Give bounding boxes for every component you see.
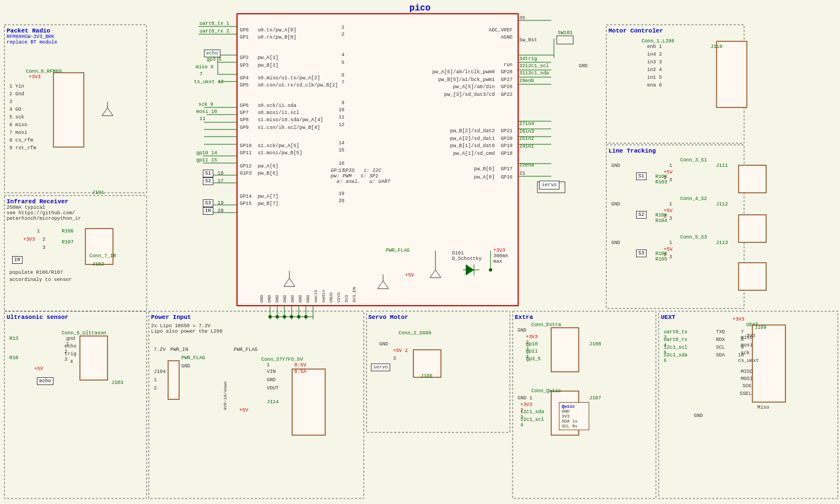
rfm-pin-3: 3 — [9, 98, 36, 106]
motor-pin-in4: in4 2 — [647, 52, 662, 57]
servo-ref: J106 — [421, 373, 433, 379]
lt-s1-box: S1 — [636, 172, 647, 180]
servo-label: servo — [539, 181, 559, 189]
pin-gp19-func: pw_B[1]/sd_dat0 GP19 — [450, 143, 513, 149]
lt-s3-pin1: 1 — [669, 240, 672, 246]
lt-s3-gnd: GND — [611, 240, 620, 246]
lt-s2-pin1: 1 — [669, 202, 672, 207]
pin-adc-vref: ADC_VREF — [489, 28, 513, 33]
ir-pin-1: 1 — [37, 229, 40, 234]
legend-a: a: anal. u: UART — [331, 179, 390, 185]
lt-j111-ref: J111 — [716, 163, 728, 169]
lt-r104-label: R10K — [655, 213, 667, 218]
pin-num-11: 11 — [338, 115, 344, 120]
servo-gnd: GND — [379, 342, 388, 347]
lt-s1-pin1: 1 — [669, 163, 672, 169]
power-desc1: 2x Lipo 18650 = 7.2V — [151, 323, 223, 329]
s3-box-container: S3 19 — [203, 199, 224, 207]
3v3-label: +3V3 — [493, 248, 508, 253]
pin-gp13-func: G1P3 pw_B[6] — [240, 171, 278, 176]
qwiic-box-sda: SDA 1x — [562, 419, 586, 424]
bot-pin-vsys: VSYS — [336, 287, 341, 303]
lt-s1-box-container: S1 — [636, 172, 647, 180]
uext-scl: SCL — [716, 345, 725, 350]
pico-legend: GP: GPIO i: I2C pw: PWM s: SPI a: anal. … — [331, 168, 390, 185]
s3-box: S3 — [203, 199, 213, 207]
s1-box-container: S1 16 — [203, 170, 224, 177]
power-voltage: 7.2V — [154, 347, 166, 353]
svg-rect-65 — [292, 369, 325, 435]
net-sck: sck 9 — [198, 102, 213, 107]
net-29enb: 29enb — [519, 78, 534, 84]
ir-label-box-container: IR — [12, 256, 23, 264]
uext-txd: TXD — [716, 329, 725, 335]
net-gp3: gp3 5 — [207, 57, 222, 62]
bot-pin-gnd4: GND — [282, 287, 287, 303]
d101-type: D_Schottky — [452, 256, 482, 262]
servo-connector-label: Conn_2_SG90 — [399, 330, 431, 336]
pin-num-16: 16 — [338, 161, 344, 166]
pin-gp3-func: GP3 pw_B[1] — [240, 63, 278, 68]
bot-pin-gnd2: GND — [267, 287, 272, 303]
net-24in1: 24in1 — [519, 144, 534, 149]
motor-pin-ena: ena 6 — [647, 83, 662, 88]
pin-num-9: 9 — [342, 100, 344, 106]
pin-num-12: 12 — [338, 122, 344, 128]
pwr-flag-label: PWR_FLAG — [386, 248, 410, 253]
ultrasonic-connector-label: Conn_6_Ultrason — [62, 330, 106, 336]
motor-controller-section: Motor Controler Conn_1_L298 enb 1 in4 2 … — [609, 28, 663, 34]
pin-gp18-func: pw_A[1]/sd_cmd GP18 — [453, 151, 513, 156]
power-pwr-flag2: PWR_FLAG — [234, 347, 257, 353]
power-j114-vdut: VDUT — [267, 386, 279, 391]
pin-gp2-func: GP2 pw_A[1] — [240, 55, 278, 61]
bot-pin-3v3en: 3V3_EN — [352, 287, 357, 303]
lt-conn4-label: Conn_4_S2 — [680, 196, 707, 202]
d101-area: D101 D_Schottky — [452, 251, 482, 262]
uext-ssel-col: SSEL — [740, 391, 752, 397]
net-31i2c1-sda: 31i2c1_sda — [519, 71, 549, 76]
sw101-gnd: GND — [579, 63, 588, 69]
pin-num-6: 6 — [342, 73, 344, 78]
infrared-sub3: peterhinch/micropython_ir — [7, 216, 81, 221]
uext-gnd-bottom: GND — [694, 413, 703, 419]
s2-box: S2 — [203, 177, 213, 185]
bot-pin-gnd1: GND — [259, 287, 264, 303]
uext-rdx: RDX — [716, 337, 725, 343]
infrared-section: Infrared Receiver 250mA typical see http… — [7, 198, 81, 221]
rfm-pin-8: 8 cs_rfm — [9, 137, 36, 144]
s2-box-container: S2 17 — [203, 177, 224, 185]
ultrasonic-echo-box: echo — [37, 377, 53, 385]
pin-gp26-func: pw_A[5]/a0/din GP26 — [453, 84, 513, 90]
svg-rect-3 — [4, 311, 147, 498]
legend-pw: pw: PWM s: SPI — [331, 174, 390, 179]
rfm-pin-5: 5 sck — [9, 113, 36, 121]
bot-pin-gnd5: GND — [290, 287, 295, 303]
3v3-300ma: 300mA — [493, 253, 508, 259]
motor-pin-enb: enb 1 — [647, 44, 662, 50]
line-tracking-title: Line Tracking — [609, 148, 656, 154]
servo-motor-section: Servo Motor Conn_2_SG90 GND +5V 2 3 serv… — [368, 314, 408, 321]
pwr-flag-area: PWR_FLAG +5V — [386, 248, 410, 253]
extra-conn-extra-ref: J108 — [589, 342, 601, 347]
power-j114-vin: VIN — [267, 369, 276, 375]
packet-radio-connector-label: Conn_8_RFM69 — [26, 69, 62, 74]
rfm-pin-1: 1 Yin — [9, 83, 36, 90]
lt-r104: R104 — [655, 218, 667, 224]
pin-num-2: 2 — [342, 32, 344, 37]
net-miso: miso 6 — [196, 64, 213, 70]
servo-5v: +5V 2 — [393, 348, 408, 354]
lt-s3-box-container: S3 — [636, 250, 647, 257]
pin-num-7: 7 — [342, 80, 344, 85]
legend-gp: GP: GPIO i: I2C — [331, 168, 390, 174]
ultrasonic-section: Ultrasonic sensor Conn_6_Ultrason gnd 1 … — [7, 314, 68, 321]
pin-num-20: 20 — [338, 198, 344, 204]
pin-num-15: 15 — [338, 148, 344, 153]
lt-s1-pin3: 3 — [669, 177, 672, 183]
svg-rect-7 — [606, 25, 744, 143]
svg-rect-59 — [752, 325, 785, 402]
bot-pin-swclk: swclk — [313, 287, 318, 303]
power-conn-s7y7f5: Conn_S7Y7F5_5V — [261, 357, 303, 362]
ir-power: +3V3 — [23, 237, 35, 242]
net-ts-uext: ts_uext 12 — [194, 79, 224, 85]
motor-controller-title: Motor Controler — [609, 28, 663, 34]
